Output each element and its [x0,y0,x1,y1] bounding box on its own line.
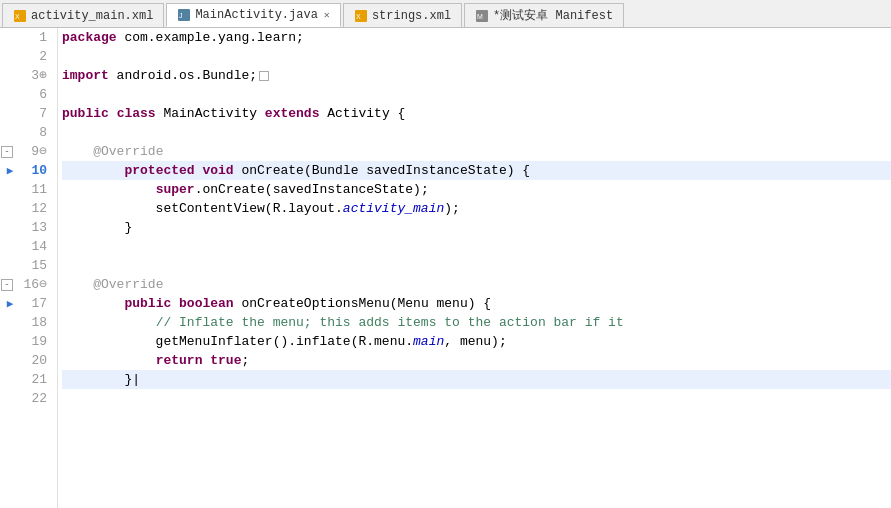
code-line-20: return true; [62,351,891,370]
keyword-return: return [156,351,203,370]
gutter-16: - [0,275,20,294]
code-line-1: package com.example.yang.learn; [62,28,891,47]
gutter-17: ▶ [0,294,20,313]
gutter-23 [0,408,20,427]
code-line-12: setContentView(R.layout.activity_main); [62,199,891,218]
keyword-class: class [117,104,156,123]
code-editor: - ▶ - ▶ [0,28,891,508]
gutter-2 [0,47,20,66]
gutter-8 [0,123,20,142]
line-num-14: 14 [20,237,51,256]
gutter-6 [0,85,20,104]
keyword-protected: protected [124,161,194,180]
code-line-21: }| [62,370,891,389]
line-num-22: 22 [20,389,51,408]
code-line-7: public class MainActivity extends Activi… [62,104,891,123]
line-num-8: 8 [20,123,51,142]
annotation-override-16: @Override [93,275,163,294]
manifest-file-icon: M [475,9,489,23]
code-line-17: public boolean onCreateOptionsMenu(Menu … [62,294,891,313]
line-num-7: 7 [20,104,51,123]
keyword-void-10: void [202,161,233,180]
svg-text:X: X [356,13,361,20]
tab-strings-xml[interactable]: X strings.xml [343,3,462,27]
gutter-20 [0,351,20,370]
code-line-15 [62,256,891,275]
line-num-23 [20,408,51,427]
gutter-12 [0,199,20,218]
tab-bar: X activity_main.xml J MainActivity.java … [0,0,891,28]
tab-java-label: MainActivity.java [195,8,317,22]
tab-manifest-label: *测试安卓 Manifest [493,7,613,24]
gutter-7 [0,104,20,123]
code-line-19: getMenuInflater().inflate(R.menu.main, m… [62,332,891,351]
gutter-11 [0,180,20,199]
tab-xml-label: activity_main.xml [31,9,153,23]
xml-file-icon: X [13,9,27,23]
gutter-13 [0,218,20,237]
gutter-3 [0,66,20,85]
line-num-11: 11 [20,180,51,199]
italic-main: main [413,332,444,351]
line-numbers: 1 2 3⊕ 6 7 8 9⊖ 10 11 12 13 14 15 16⊖ 17… [20,28,58,508]
code-line-6 [62,85,891,104]
code-line-2 [62,47,891,66]
code-line-3: import android.os.Bundle; [62,66,891,85]
fold-marker-16[interactable]: - [1,279,13,291]
tab-mainactivity-java[interactable]: J MainActivity.java ✕ [166,3,340,27]
code-line-13: } [62,218,891,237]
fold-marker-9[interactable]: - [1,146,13,158]
code-line-18: // Inflate the menu; this adds items to … [62,313,891,332]
keyword-extends: extends [265,104,320,123]
svg-text:J: J [179,12,183,19]
comment-18: // Inflate the menu; this adds items to … [156,313,624,332]
code-area[interactable]: package com.example.yang.learn; import a… [58,28,891,508]
gutter-22 [0,389,20,408]
line-num-2: 2 [20,47,51,66]
code-line-10: protected void onCreate(Bundle savedInst… [62,161,891,180]
line-num-19: 19 [20,332,51,351]
fold-box-3[interactable] [259,71,269,81]
gutter-14 [0,237,20,256]
italic-activity-main: activity_main [343,199,444,218]
line-num-9: 9⊖ [20,142,51,161]
breakpoint-arrow-10: ▶ [7,164,14,177]
keyword-package: package [62,28,117,47]
svg-text:M: M [477,13,483,20]
line-num-13: 13 [20,218,51,237]
keyword-true: true [210,351,241,370]
line-num-18: 18 [20,313,51,332]
keyword-import: import [62,66,109,85]
code-line-8 [62,123,891,142]
gutter: - ▶ - ▶ [0,28,20,508]
tab-strings-label: strings.xml [372,9,451,23]
gutter-10: ▶ [0,161,20,180]
line-num-1: 1 [20,28,51,47]
tab-close-icon[interactable]: ✕ [324,9,330,21]
code-line-23 [62,408,891,427]
line-num-16: 16⊖ [20,275,51,294]
keyword-public-7: public [62,104,109,123]
line-num-10: 10 [20,161,51,180]
tab-activity-xml[interactable]: X activity_main.xml [2,3,164,27]
gutter-21 [0,370,20,389]
line-num-17: 17 [20,294,51,313]
keyword-super: super [156,180,195,199]
gutter-19 [0,332,20,351]
gutter-1 [0,28,20,47]
xml-strings-icon: X [354,9,368,23]
line-num-6: 6 [20,85,51,104]
gutter-9[interactable]: - [0,142,20,161]
keyword-boolean: boolean [179,294,234,313]
java-file-icon: J [177,8,191,22]
editor-window: X activity_main.xml J MainActivity.java … [0,0,891,508]
code-line-22 [62,389,891,408]
code-line-14 [62,237,891,256]
line-num-15: 15 [20,256,51,275]
breakpoint-arrow-17: ▶ [7,297,14,310]
code-line-9: @Override [62,142,891,161]
gutter-18 [0,313,20,332]
gutter-15 [0,256,20,275]
tab-manifest[interactable]: M *测试安卓 Manifest [464,3,624,27]
svg-text:X: X [15,13,20,20]
